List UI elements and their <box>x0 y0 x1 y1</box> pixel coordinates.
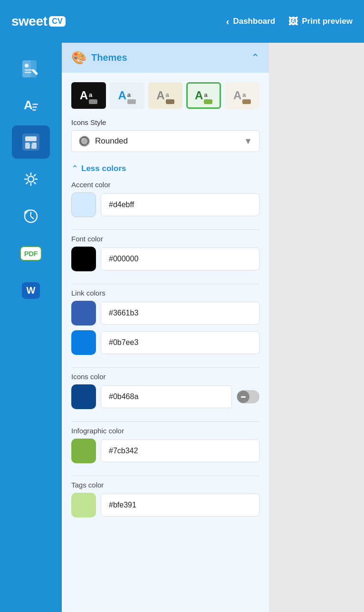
dropdown-arrow-icon: ▼ <box>244 136 252 146</box>
theme-swatch-dark[interactable]: A a <box>71 82 106 109</box>
less-colors-toggle[interactable]: ⌃ Less colors <box>62 157 269 181</box>
svg-rect-8 <box>32 106 37 108</box>
divider-3 <box>71 367 259 368</box>
divider-4 <box>71 421 259 422</box>
layout-icon <box>21 132 41 152</box>
tags-color-section: Tags color <box>62 481 269 530</box>
infographic-color-section: Infographic color <box>62 427 269 476</box>
panel: 🎨 Themes ⌃ A a A <box>62 43 269 612</box>
link-color1-row <box>71 301 259 325</box>
svg-rect-9 <box>32 109 36 111</box>
sidebar-item-text[interactable]: A <box>12 88 50 122</box>
right-area <box>269 43 364 612</box>
design-icon <box>21 58 41 78</box>
toggle-chevron-icon: ⌃ <box>71 163 78 174</box>
header: sweet CV ‹ Dashboard 🖼 Print preview <box>0 0 364 43</box>
sidebar-item-settings[interactable] <box>12 163 50 196</box>
infographic-color-input[interactable] <box>101 440 259 462</box>
infographic-color-swatch[interactable] <box>71 439 96 463</box>
print-preview-button[interactable]: 🖼 Print preview <box>288 16 353 27</box>
infographic-color-label: Infographic color <box>71 427 259 435</box>
svg-rect-7 <box>32 104 38 105</box>
icons-color-input[interactable] <box>101 385 232 408</box>
dashboard-button[interactable]: ‹ Dashboard <box>226 16 275 27</box>
themes-title: Themes <box>91 52 127 63</box>
sidebar-item-layout[interactable] <box>12 125 50 159</box>
rounded-icon: 🔘 <box>78 135 90 147</box>
sidebar: A <box>0 43 62 612</box>
theme-swatch-tan2[interactable]: A a <box>225 82 259 109</box>
pdf-badge: PDF <box>20 246 42 261</box>
icons-color-swatch[interactable] <box>71 384 96 409</box>
svg-rect-1 <box>23 61 30 77</box>
minus-icon: − <box>241 393 245 401</box>
accent-color-input[interactable] <box>101 193 259 216</box>
themes-header-left: 🎨 Themes <box>71 50 127 65</box>
header-nav: ‹ Dashboard 🖼 Print preview <box>226 16 353 27</box>
font-color-swatch[interactable] <box>71 247 96 271</box>
palette-icon: 🎨 <box>71 50 86 65</box>
icons-color-row: − <box>71 384 259 409</box>
themes-collapse-button[interactable]: ⌃ <box>251 52 259 64</box>
svg-rect-4 <box>25 72 31 73</box>
link-colors-label: Link colors <box>71 289 259 297</box>
toggle-knob: − <box>237 391 249 403</box>
divider-5 <box>71 476 259 476</box>
icons-style-dropdown[interactable]: 🔘 Rounded ▼ <box>71 130 259 152</box>
icons-style-section: Icons Style 🔘 Rounded ▼ <box>62 114 269 157</box>
font-color-label: Font color <box>71 235 259 243</box>
sidebar-item-history[interactable] <box>12 200 50 233</box>
theme-swatch-green[interactable]: A a <box>186 82 221 109</box>
accent-color-label: Accent color <box>71 181 259 189</box>
sidebar-item-word[interactable]: W <box>12 274 50 307</box>
word-badge: W <box>22 282 40 299</box>
sidebar-item-design[interactable] <box>12 51 50 85</box>
link-color2-swatch[interactable] <box>71 330 96 355</box>
dashboard-label: Dashboard <box>233 17 275 26</box>
chevron-left-icon: ‹ <box>226 16 230 27</box>
infographic-color-row <box>71 439 259 463</box>
svg-point-2 <box>25 64 29 67</box>
link-color1-swatch[interactable] <box>71 301 96 325</box>
print-icon: 🖼 <box>288 16 298 27</box>
theme-swatch-light[interactable]: A a <box>110 82 144 109</box>
icons-style-value: Rounded <box>95 136 239 146</box>
link-colors-section: Link colors <box>62 289 269 367</box>
icons-color-section: Icons color − <box>62 373 269 421</box>
themes-header: 🎨 Themes ⌃ <box>62 43 269 73</box>
link-color1-input[interactable] <box>101 302 259 325</box>
theme-swatches: A a A a <box>62 73 269 114</box>
tags-color-row <box>71 493 259 517</box>
divider-1 <box>71 230 259 230</box>
divider-2 <box>71 284 259 284</box>
sidebar-item-pdf[interactable]: PDF <box>12 237 50 270</box>
tags-color-input[interactable] <box>101 494 259 516</box>
tags-color-label: Tags color <box>71 481 259 489</box>
text-icon: A <box>21 95 41 115</box>
less-colors-label: Less colors <box>81 164 126 173</box>
font-color-row <box>71 247 259 271</box>
accent-color-swatch[interactable] <box>71 192 96 217</box>
link-color2-row <box>71 330 259 355</box>
settings-icon <box>21 169 41 189</box>
logo-cv: CV <box>49 16 65 27</box>
tags-color-swatch[interactable] <box>71 493 96 517</box>
icons-color-toggle[interactable]: − <box>237 390 259 403</box>
logo: sweet CV <box>11 14 66 29</box>
font-color-section: Font color <box>62 235 269 284</box>
theme-swatch-tan[interactable]: A a <box>148 82 183 109</box>
logo-sweet: sweet <box>11 14 47 29</box>
icons-style-label: Icons Style <box>71 118 259 126</box>
main-layout: A <box>0 43 364 612</box>
icons-color-label: Icons color <box>71 373 259 381</box>
print-label: Print preview <box>302 17 353 26</box>
font-color-input[interactable] <box>101 248 259 270</box>
link-color2-input[interactable] <box>101 331 259 354</box>
svg-point-14 <box>28 176 34 182</box>
accent-color-row <box>71 192 259 217</box>
svg-rect-11 <box>25 136 37 141</box>
svg-text:A: A <box>24 98 33 112</box>
history-icon <box>21 206 41 226</box>
accent-color-section: Accent color <box>62 181 269 230</box>
